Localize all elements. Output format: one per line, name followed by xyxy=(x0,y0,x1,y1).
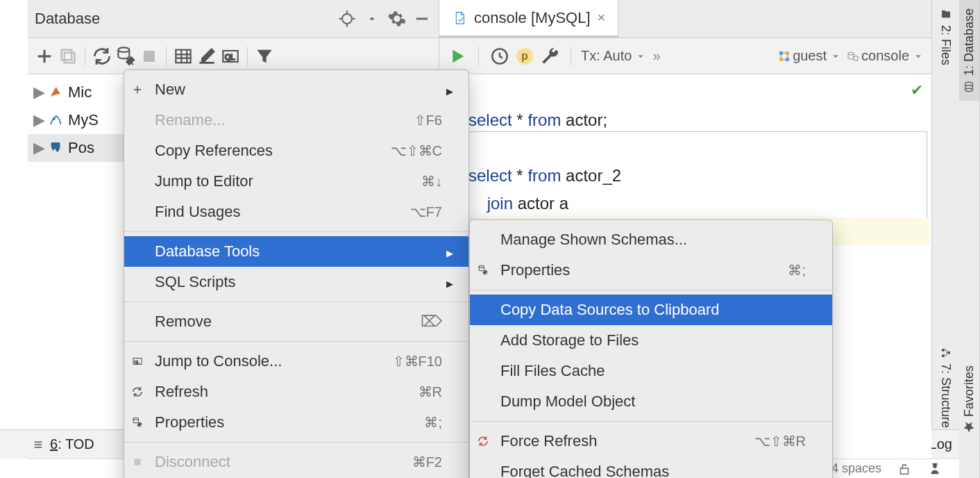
menu-item-refresh[interactable]: Refresh⌘R xyxy=(124,377,468,407)
copy-icon[interactable] xyxy=(57,45,79,67)
svg-point-27 xyxy=(479,265,484,267)
postgres-icon xyxy=(47,140,64,156)
menu-item-properties[interactable]: Properties⌘; xyxy=(470,255,832,286)
right-tab-structure[interactable]: 7: Structure xyxy=(936,338,956,436)
shortcut: ⌘F2 xyxy=(412,454,446,470)
wrench-icon[interactable] xyxy=(539,45,561,67)
menu-item-label: Copy References xyxy=(155,142,391,160)
menu-item-label: Find Usages xyxy=(155,203,410,221)
chevron-down-icon xyxy=(829,50,842,63)
console-picker[interactable]: console xyxy=(847,48,924,64)
shortcut: ⌘R xyxy=(419,384,446,400)
stop-icon xyxy=(131,456,144,468)
add-icon[interactable] xyxy=(33,45,56,67)
editor-tabs: console [MySQL] × xyxy=(439,0,931,38)
menu-separator xyxy=(124,442,468,443)
svg-rect-6 xyxy=(176,49,190,63)
toolbar-separator xyxy=(166,47,167,66)
menu-item-disconnect[interactable]: Disconnect⌘F2 xyxy=(124,447,468,477)
menu-item-manage-schemas[interactable]: Manage Shown Schemas... xyxy=(470,224,832,255)
menu-item-fill-cache[interactable]: Fill Files Cache xyxy=(470,356,832,386)
db-tool-icon[interactable] xyxy=(115,45,137,67)
editor-tab-label: console [MySQL] xyxy=(474,9,591,27)
menu-item-copy-data-sources[interactable]: Copy Data Sources to Clipboard xyxy=(470,295,832,325)
gear-icon[interactable] xyxy=(387,9,407,28)
menu-separator xyxy=(124,231,468,232)
svg-point-0 xyxy=(965,88,973,92)
svg-rect-22 xyxy=(932,463,937,465)
left-tab-favorites[interactable]: Favorites xyxy=(959,357,979,442)
svg-point-1 xyxy=(342,14,352,24)
menu-item-label: Properties xyxy=(500,261,788,279)
svg-rect-17 xyxy=(942,349,945,352)
split-icon[interactable] xyxy=(362,9,382,28)
right-tab-files[interactable]: 2: Files xyxy=(936,0,956,74)
menu-item-force-refresh[interactable]: Force Refresh⌥⇧⌘R xyxy=(470,426,832,456)
ql-icon: QL xyxy=(131,355,144,368)
todo-button[interactable]: 6: TOD xyxy=(50,436,94,452)
left-toolstrip: 1: Database Favorites xyxy=(959,0,980,478)
svg-rect-18 xyxy=(942,354,945,357)
force-refresh-icon xyxy=(477,435,489,447)
hector-icon[interactable] xyxy=(927,461,943,477)
menu-item-label: Forget Cached Schemas xyxy=(500,463,810,478)
svg-point-15 xyxy=(848,52,854,55)
menu-item-add-storage[interactable]: Add Storage to Files xyxy=(470,325,832,356)
schema-icon xyxy=(779,51,790,62)
stop-icon[interactable] xyxy=(138,45,160,67)
database-icon xyxy=(963,80,976,92)
menu-item-remove[interactable]: Remove⌦ xyxy=(124,306,468,337)
menu-item-database-tools[interactable]: Database Tools xyxy=(124,236,468,267)
history-icon[interactable] xyxy=(489,45,511,67)
mssql-icon xyxy=(47,84,64,101)
menu-item-new[interactable]: New xyxy=(124,74,468,105)
tx-mode-picker[interactable]: Tx: Auto xyxy=(581,48,647,64)
datasource-label: MyS xyxy=(68,111,99,129)
menu-item-properties[interactable]: Properties⌘; xyxy=(124,407,468,438)
menu-item-sql-scripts[interactable]: SQL Scripts xyxy=(124,267,468,297)
svg-text:QL: QL xyxy=(135,360,140,364)
target-icon[interactable] xyxy=(337,9,357,28)
menu-item-label: Jump to Editor xyxy=(155,172,421,190)
svg-text:QL: QL xyxy=(225,53,235,61)
menu-item-jump-console[interactable]: QL Jump to Console...⇧⌘F10 xyxy=(124,346,468,377)
editor-tab-console[interactable]: console [MySQL] × xyxy=(439,0,618,38)
p-badge-icon[interactable]: p xyxy=(516,48,533,65)
menu-item-find-usages[interactable]: Find Usages⌥F7 xyxy=(124,197,468,227)
more-icon[interactable]: » xyxy=(652,48,660,64)
svg-rect-12 xyxy=(786,51,789,55)
refresh-icon xyxy=(131,386,144,398)
filter-icon[interactable] xyxy=(253,45,276,67)
menu-item-jump-editor[interactable]: Jump to Editor⌘↓ xyxy=(124,166,468,197)
menu-item-label: Add Storage to Files xyxy=(500,331,810,349)
shortcut: ⌘; xyxy=(788,262,810,279)
code-line-3: join actor a xyxy=(468,194,568,213)
menu-item-rename[interactable]: Rename...⇧F6 xyxy=(124,105,468,135)
mysql-icon xyxy=(47,112,64,129)
svg-rect-3 xyxy=(62,49,72,60)
left-tab-database[interactable]: 1: Database xyxy=(959,0,979,101)
svg-point-9 xyxy=(53,118,55,120)
lock-icon[interactable] xyxy=(897,461,912,477)
shortcut: ⌥F7 xyxy=(410,204,446,220)
schema-picker[interactable]: guest xyxy=(779,48,842,64)
ql-icon[interactable]: QL xyxy=(219,45,242,67)
menu-item-label: New xyxy=(155,81,446,99)
run-icon[interactable] xyxy=(446,45,468,67)
refresh-icon[interactable] xyxy=(91,45,113,67)
table-icon[interactable] xyxy=(172,45,194,67)
menu-separator xyxy=(124,341,468,342)
menu-item-label: Disconnect xyxy=(155,453,412,471)
menu-item-label: Database Tools xyxy=(155,242,446,261)
menu-item-copy-references[interactable]: Copy References⌥⇧⌘C xyxy=(124,135,468,166)
edit-icon[interactable] xyxy=(196,45,218,67)
shortcut: ⌘; xyxy=(424,414,446,431)
minimize-icon[interactable] xyxy=(412,9,432,28)
menu-item-dump[interactable]: Dump Model Object xyxy=(470,386,832,417)
menu-item-forget-cached[interactable]: Forget Cached Schemas xyxy=(470,456,832,478)
close-icon[interactable]: × xyxy=(598,10,606,26)
chevron-down-icon xyxy=(912,50,924,63)
menu-separator xyxy=(470,421,832,422)
tx-mode-label: Tx: Auto xyxy=(581,48,632,64)
status-indent[interactable]: 4 spaces xyxy=(831,461,881,476)
